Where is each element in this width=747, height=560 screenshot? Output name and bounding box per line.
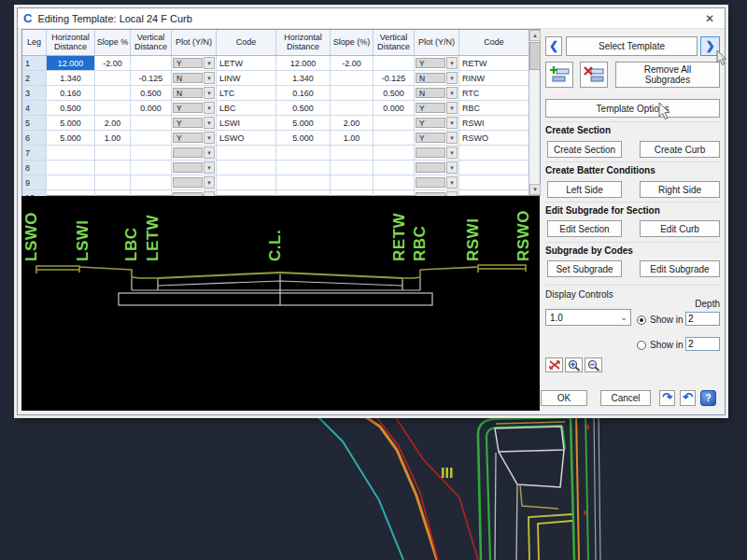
table-cell[interactable] (95, 146, 131, 160)
plot-value[interactable]: N (416, 73, 445, 83)
table-cell[interactable] (47, 146, 95, 160)
row-header[interactable]: 6 (22, 131, 47, 145)
plot-cell[interactable]: ▾ (415, 175, 459, 189)
table-cell[interactable]: 1.00 (331, 131, 374, 145)
plot-value[interactable]: Y (416, 118, 445, 128)
help-button[interactable]: ? (700, 390, 716, 406)
table-cell[interactable] (95, 175, 131, 189)
plot-cell[interactable]: ▾ (172, 146, 217, 160)
plot-cell[interactable]: Y▾ (172, 131, 217, 145)
plot-value[interactable]: Y (416, 133, 445, 143)
batter-left-side-button[interactable]: Left Side (547, 181, 622, 198)
chevron-down-icon[interactable]: ▾ (446, 176, 458, 189)
table-cell[interactable]: RTC (459, 86, 529, 100)
plot-value[interactable]: Y (173, 118, 203, 128)
table-cell[interactable] (276, 175, 331, 189)
row-header[interactable]: 8 (22, 161, 47, 175)
table-cell[interactable] (47, 161, 95, 175)
zoom-out-button[interactable] (585, 357, 602, 372)
table-cell[interactable] (217, 146, 276, 160)
chevron-down-icon[interactable]: ▾ (446, 132, 458, 144)
display-scale-dropdown[interactable]: 1.0 ⌄ (545, 309, 631, 326)
table-cell[interactable]: -0.125 (131, 71, 172, 85)
row-header[interactable]: 4 (22, 101, 47, 115)
table-cell[interactable] (459, 146, 529, 160)
table-cell[interactable]: 0.000 (374, 101, 415, 115)
plot-cell[interactable]: ▾ (172, 175, 217, 189)
table-cell[interactable] (131, 175, 172, 189)
table-cell[interactable]: 5.000 (276, 131, 331, 145)
table-cell[interactable] (331, 175, 374, 189)
edit-curb-button[interactable]: Edit Curb (640, 220, 720, 237)
chevron-down-icon[interactable]: ▾ (204, 176, 215, 189)
chevron-down-icon[interactable]: ▾ (446, 147, 458, 159)
row-header[interactable]: 9 (22, 175, 47, 189)
table-cell[interactable] (374, 175, 415, 189)
chevron-down-icon[interactable]: ▾ (204, 102, 215, 114)
plot-value[interactable]: N (416, 88, 445, 98)
plot-value[interactable] (173, 177, 203, 188)
plot-value[interactable]: N (173, 73, 203, 83)
table-cell[interactable]: -0.125 (374, 71, 415, 85)
fill-depth-input[interactable] (685, 337, 720, 351)
scrollbar-thumb[interactable] (529, 42, 541, 70)
plot-cell[interactable]: Y▾ (415, 101, 459, 115)
select-template-button[interactable]: Select Template (566, 36, 698, 56)
table-cell[interactable]: 5.000 (47, 131, 95, 145)
table-cell[interactable] (459, 161, 529, 175)
table-cell[interactable]: 1.340 (276, 71, 331, 85)
ok-button[interactable]: OK (541, 390, 587, 406)
table-cell[interactable]: LTC (217, 86, 276, 100)
table-cell[interactable]: -2.00 (95, 56, 131, 70)
plot-cell[interactable]: Y▾ (415, 131, 459, 145)
table-cell[interactable] (131, 56, 172, 70)
table-cell[interactable]: 0.500 (131, 86, 172, 100)
table-cell[interactable] (374, 146, 415, 160)
plot-cell[interactable]: ▾ (415, 146, 459, 160)
chevron-down-icon[interactable]: ▾ (204, 147, 215, 159)
plot-value[interactable]: Y (173, 103, 203, 113)
table-scrollbar[interactable]: ▲ ▼ (529, 30, 540, 195)
chevron-down-icon[interactable]: ▾ (204, 72, 215, 84)
remove-all-subgrades-button[interactable]: Remove All Subgrades (615, 62, 720, 88)
table-cell[interactable] (217, 175, 276, 189)
plot-cell[interactable]: N▾ (415, 86, 459, 100)
add-subgrade-button[interactable] (545, 62, 573, 88)
table-cell[interactable]: 5.000 (276, 116, 331, 130)
table-cell-selected[interactable]: 12.000 (47, 56, 95, 70)
edit-section-button[interactable]: Edit Section (547, 220, 622, 237)
table-cell[interactable] (95, 86, 131, 100)
table-cell[interactable]: LINW (217, 71, 276, 85)
table-cell[interactable]: 0.500 (47, 101, 95, 115)
table-cell[interactable] (95, 101, 131, 115)
batter-right-side-button[interactable]: Right Side (640, 181, 720, 198)
chevron-down-icon[interactable]: ▾ (204, 161, 215, 174)
table-cell[interactable] (131, 116, 172, 130)
table-cell[interactable] (47, 175, 95, 189)
set-subgrade-button[interactable]: Set Subgrade (547, 260, 622, 277)
table-cell[interactable] (331, 101, 374, 115)
chevron-down-icon[interactable]: ▾ (446, 102, 458, 114)
scroll-up-icon[interactable]: ▲ (529, 30, 541, 41)
plot-value[interactable]: Y (173, 58, 203, 68)
table-cell[interactable]: 0.160 (47, 86, 95, 100)
plot-value[interactable]: Y (416, 58, 445, 68)
table-cell[interactable] (331, 146, 374, 160)
table-cell[interactable]: 0.500 (374, 86, 415, 100)
table-cell[interactable]: RETW (459, 56, 529, 70)
plot-cell[interactable]: Y▾ (172, 101, 217, 115)
chevron-down-icon[interactable]: ▾ (446, 117, 458, 129)
table-cell[interactable]: RSWO (459, 131, 529, 145)
zoom-in-button[interactable] (565, 357, 583, 372)
table-cell[interactable] (217, 161, 276, 175)
edit-subgrade-button[interactable]: Edit Subgrade (640, 260, 720, 277)
table-cell[interactable] (374, 131, 415, 145)
show-in-fill-radio[interactable] (637, 341, 646, 350)
plot-value[interactable] (173, 162, 203, 173)
table-cell[interactable] (374, 161, 415, 175)
plot-cell[interactable]: N▾ (172, 71, 217, 85)
table-cell[interactable]: 2.00 (95, 116, 131, 130)
plot-value[interactable] (416, 177, 445, 188)
next-template-button[interactable]: ❯ (700, 36, 720, 56)
plot-cell[interactable]: ▾ (172, 161, 217, 175)
